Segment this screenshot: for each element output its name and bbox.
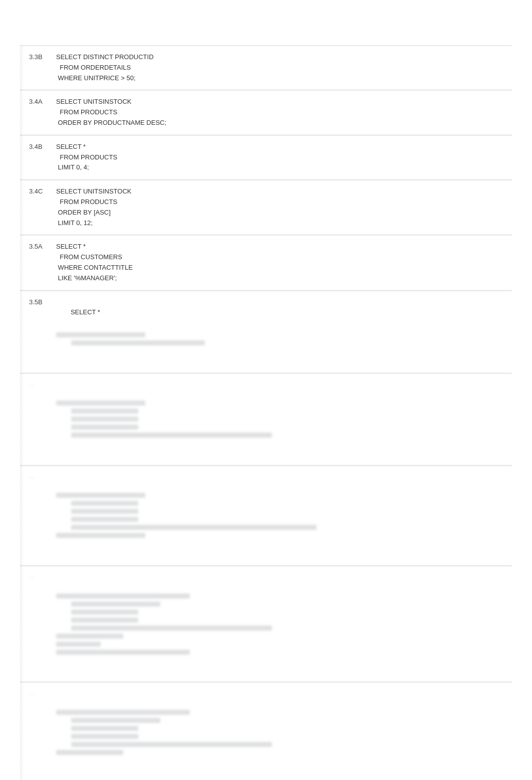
query-row-obscured: ···	[20, 465, 512, 565]
query-row: 3.4A SELECT UNITSINSTOCK FROM PRODUCTS O…	[20, 90, 512, 134]
query-id: 3.3B	[20, 51, 55, 84]
query-code: SELECT UNITSINSTOCK FROM PRODUCTS ORDER …	[55, 96, 506, 129]
query-row: 3.3B SELECT DISTINCT PRODUCTID FROM ORDE…	[20, 45, 512, 90]
query-id: 3.5B	[20, 296, 55, 367]
query-id-obscured: ···	[20, 571, 55, 676]
query-id: 3.5A	[20, 241, 55, 284]
query-row-obscured: ···	[20, 373, 512, 465]
query-row-obscured: ···	[20, 565, 512, 682]
query-row: 3.4B SELECT * FROM PRODUCTS LIMIT 0, 4;	[20, 135, 512, 179]
query-id-obscured: ···	[20, 379, 55, 460]
query-id: 3.4B	[20, 141, 55, 174]
query-code-line: SELECT *	[71, 308, 100, 316]
query-id-obscured: ···	[20, 471, 55, 560]
query-list: 3.3B SELECT DISTINCT PRODUCTID FROM ORDE…	[20, 45, 512, 780]
query-code: SELECT * FROM PRODUCTS LIMIT 0, 4;	[55, 141, 506, 174]
query-id: 3.4A	[20, 96, 55, 129]
document-page: 3.3B SELECT DISTINCT PRODUCTID FROM ORDE…	[0, 0, 532, 780]
query-row: 3.4C SELECT UNITSINSTOCK FROM PRODUCTS O…	[20, 179, 512, 235]
query-row: 3.5A SELECT * FROM CUSTOMERS WHERE CONTA…	[20, 235, 512, 290]
query-id: 3.4C	[20, 185, 55, 229]
query-code: SELECT * FROM CUSTOMERS WHERE CONTACTTIT…	[55, 241, 506, 284]
query-code-obscured	[55, 471, 506, 560]
query-row-obscured: ···	[20, 682, 512, 780]
query-row: 3.5B SELECT *	[20, 290, 512, 373]
query-code: SELECT UNITSINSTOCK FROM PRODUCTS ORDER …	[55, 185, 506, 229]
query-code-obscured	[55, 571, 506, 676]
query-code-obscured	[55, 379, 506, 460]
query-id-obscured: ···	[20, 688, 55, 776]
query-code-obscured	[55, 688, 506, 776]
query-code: SELECT DISTINCT PRODUCTID FROM ORDERDETA…	[55, 51, 506, 84]
query-code: SELECT *	[55, 296, 506, 367]
